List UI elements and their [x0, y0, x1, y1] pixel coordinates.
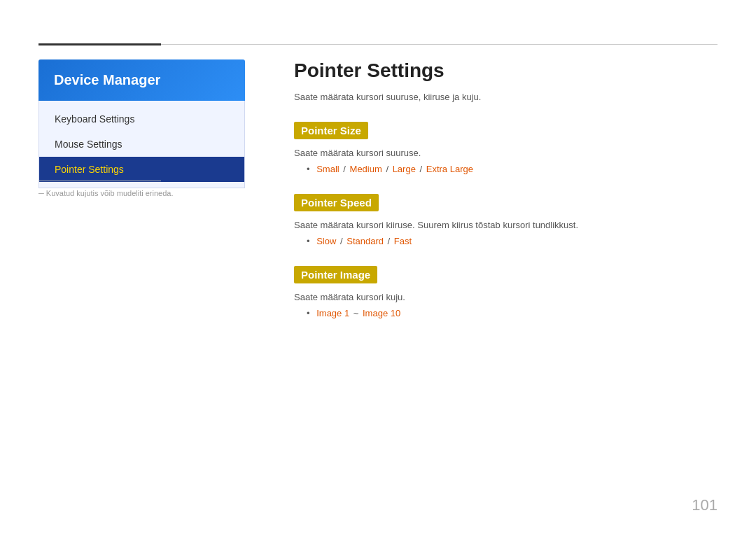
sidebar-item-mouse[interactable]: Mouse Settings [39, 132, 244, 157]
main-content: Pointer Settings Saate määrata kursori s… [294, 59, 718, 338]
footnote-text: ─ Kuvatud kujutis võib mudeliti erineda. [38, 189, 173, 197]
footnote-divider [38, 181, 161, 181]
sep5: / [385, 236, 393, 246]
sep1: / [341, 164, 349, 174]
pointer-size-options: Small / Medium / Large / Extra Large [307, 164, 718, 174]
section-options-pointer-speed: Slow / Standard / Fast [294, 236, 718, 246]
option-standard[interactable]: Standard [346, 236, 384, 246]
section-desc-pointer-speed: Saate määrata kursori kiiruse. Suurem ki… [294, 220, 718, 230]
sidebar-title: Device Manager [54, 72, 160, 87]
option-fast[interactable]: Fast [394, 236, 412, 246]
page-title: Pointer Settings [294, 59, 718, 82]
option-slow[interactable]: Slow [316, 236, 336, 246]
section-pointer-size: Pointer Size Saate määrata kursori suuru… [294, 122, 718, 174]
section-title-pointer-image: Pointer Image [294, 266, 377, 283]
page-subtitle: Saate määrata kursori suuruse, kiiruse j… [294, 92, 718, 102]
page-number: 101 [692, 496, 718, 514]
section-title-pointer-size: Pointer Size [294, 122, 368, 139]
sidebar: Device Manager Keyboard Settings Mouse S… [38, 59, 245, 188]
top-decorative-lines [38, 43, 718, 45]
option-extra-large[interactable]: Extra Large [426, 164, 473, 174]
sidebar-item-pointer[interactable]: Pointer Settings [39, 157, 244, 182]
option-image-10[interactable]: Image 10 [363, 308, 400, 318]
option-large[interactable]: Large [393, 164, 416, 174]
top-line-light [161, 44, 718, 45]
sep2: / [384, 164, 391, 174]
sidebar-header: Device Manager [38, 59, 245, 101]
section-pointer-image: Pointer Image Saate määrata kursori kuju… [294, 266, 718, 318]
section-options-pointer-size: Small / Medium / Large / Extra Large [294, 164, 718, 174]
option-medium[interactable]: Medium [350, 164, 382, 174]
section-options-pointer-image: Image 1 ~ Image 10 [294, 308, 718, 318]
sidebar-menu: Keyboard Settings Mouse Settings Pointer… [38, 101, 245, 188]
option-small[interactable]: Small [316, 164, 340, 174]
pointer-speed-options: Slow / Standard / Fast [307, 236, 718, 246]
sidebar-item-keyboard[interactable]: Keyboard Settings [39, 106, 244, 132]
sep6: ~ [351, 308, 361, 318]
section-desc-pointer-image: Saate määrata kursori kuju. [294, 292, 718, 302]
section-title-pointer-speed: Pointer Speed [294, 194, 379, 211]
sep3: / [417, 164, 425, 174]
sep4: / [337, 236, 345, 246]
option-image-1[interactable]: Image 1 [316, 308, 349, 318]
top-line-dark [38, 43, 161, 45]
section-pointer-speed: Pointer Speed Saate määrata kursori kiir… [294, 194, 718, 246]
section-desc-pointer-size: Saate määrata kursori suuruse. [294, 148, 718, 158]
pointer-image-options: Image 1 ~ Image 10 [307, 308, 718, 318]
